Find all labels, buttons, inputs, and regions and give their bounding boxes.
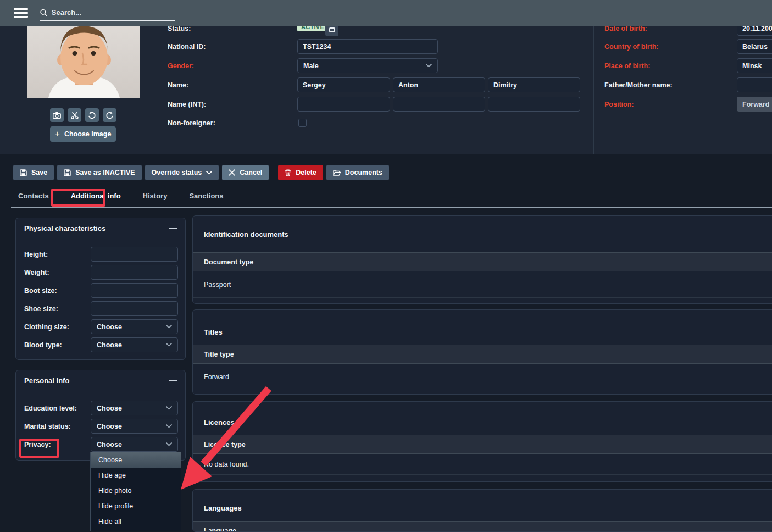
chevron-down-icon [166, 442, 172, 446]
place-of-birth-label: Place of birth: [604, 62, 650, 70]
physical-characteristics-panel: Physical characteristics Height: Weight:… [15, 218, 186, 360]
search-field [40, 5, 175, 21]
section-title: Titles [193, 328, 223, 336]
rotate-left-icon[interactable] [85, 108, 99, 122]
documents-button[interactable]: Documents [326, 165, 389, 180]
override-status-button[interactable]: Override status [145, 165, 219, 180]
column-header: Licence type [193, 435, 772, 454]
search-icon [40, 9, 47, 16]
non-foreigner-checkbox[interactable] [298, 119, 307, 127]
dropdown-option-hide-profile[interactable]: Hide profile [91, 498, 181, 514]
top-bar [0, 0, 772, 26]
clothing-size-label: Clothing size: [24, 323, 69, 331]
tab-history[interactable]: History [143, 192, 168, 200]
height-label: Height: [24, 251, 48, 258]
gender-label: Gender: [168, 62, 194, 70]
save-button[interactable]: Save [13, 165, 54, 180]
crop-scissors-icon[interactable] [68, 108, 81, 122]
profile-photo-image [27, 18, 140, 98]
marital-status-select[interactable]: Choose [91, 419, 178, 434]
table-row[interactable]: Forward [193, 364, 772, 390]
menu-icon[interactable] [14, 8, 28, 18]
chevron-down-icon [426, 64, 432, 68]
name-int-label: Name (INT): [168, 101, 206, 108]
action-buttons: Save Save as INACTIVE Override status Ca… [13, 165, 389, 180]
titles-card: Titles Title type Forward [192, 309, 772, 395]
cancel-button[interactable]: Cancel [222, 165, 269, 180]
father-mother-name-label: Father/Mother name: [604, 81, 673, 89]
name-last-input[interactable] [488, 77, 580, 92]
chevron-down-icon [166, 406, 172, 410]
stop-square-icon [329, 27, 335, 32]
delete-button[interactable]: Delete [278, 165, 323, 180]
education-level-label: Education level: [24, 404, 77, 412]
personal-info-panel: Personal info Education level: Choose Ma… [15, 370, 186, 461]
weight-input[interactable] [91, 265, 178, 280]
search-input[interactable] [52, 8, 175, 16]
camera-icon[interactable] [50, 108, 64, 122]
clothing-size-select[interactable]: Choose [91, 319, 178, 334]
save-icon [64, 169, 71, 176]
tab-bar: Contacts Additional info History Sanctio… [18, 192, 224, 200]
position-label: Position: [604, 101, 634, 108]
status-label: Status: [168, 25, 191, 32]
rotate-right-icon[interactable] [103, 108, 116, 122]
marital-status-label: Marital status: [24, 423, 71, 430]
country-of-birth-label: Country of birth: [604, 43, 659, 51]
profile-photo [27, 18, 140, 98]
blood-type-select[interactable]: Choose [91, 337, 178, 352]
trash-icon [285, 169, 291, 176]
photo-toolbar [50, 108, 116, 122]
choose-image-label: Choose image [64, 130, 111, 138]
collapse-icon[interactable] [169, 228, 177, 229]
privacy-label: Privacy: [24, 441, 51, 448]
panel-title: Personal info [24, 376, 69, 385]
empty-row: No data found. [193, 454, 772, 475]
section-title: Identification documents [193, 230, 288, 239]
boot-size-input[interactable] [91, 283, 178, 298]
panel-title: Physical characteristics [24, 224, 105, 232]
chevron-down-icon [166, 343, 172, 347]
chevron-down-icon [166, 325, 172, 329]
name-first-input[interactable] [297, 77, 390, 92]
table-row[interactable]: Passport [193, 271, 772, 298]
save-as-inactive-button[interactable]: Save as INACTIVE [57, 165, 141, 180]
gender-select[interactable]: Male [297, 58, 438, 73]
privacy-select[interactable]: Choose [91, 437, 178, 452]
father-mother-name-input[interactable] [737, 77, 772, 92]
national-id-input[interactable] [297, 39, 438, 54]
weight-label: Weight: [24, 269, 49, 276]
dropdown-option-choose[interactable]: Choose [91, 452, 181, 468]
column-divider [154, 26, 154, 154]
tab-sanctions[interactable]: Sanctions [189, 192, 223, 200]
position-input [737, 97, 772, 112]
column-header: Language [193, 521, 772, 532]
chevron-down-icon [166, 424, 172, 428]
place-of-birth-input[interactable] [737, 58, 772, 73]
choose-image-button[interactable]: + Choose image [50, 126, 116, 142]
dropdown-option-hide-all[interactable]: Hide all [91, 514, 181, 529]
dropdown-option-hide-age[interactable]: Hide age [91, 468, 181, 483]
collapse-icon[interactable] [169, 380, 177, 381]
height-input[interactable] [91, 247, 178, 262]
name-int-middle-input[interactable] [393, 97, 485, 112]
boot-size-label: Boot size: [24, 287, 57, 295]
folder-open-icon [333, 170, 341, 176]
name-int-last-input[interactable] [488, 97, 580, 112]
column-header: Document type [193, 252, 772, 271]
name-middle-input[interactable] [393, 77, 485, 92]
country-of-birth-input[interactable] [737, 39, 772, 54]
tab-additional-info[interactable]: Additional info [71, 192, 121, 200]
name-label: Name: [168, 81, 188, 89]
tab-contacts[interactable]: Contacts [18, 192, 49, 200]
identification-documents-card: Identification documents Document type P… [192, 215, 772, 304]
tab-underline [11, 207, 772, 208]
name-int-first-input[interactable] [297, 97, 390, 112]
education-level-select[interactable]: Choose [91, 401, 178, 415]
dropdown-option-hide-photo[interactable]: Hide photo [91, 483, 181, 498]
shoe-size-input[interactable] [91, 301, 178, 316]
date-of-birth-label: Date of birth: [604, 25, 647, 32]
section-title: Licences [193, 418, 235, 426]
non-foreigner-label: Non-foreigner: [168, 119, 215, 127]
plus-icon: + [55, 129, 60, 139]
